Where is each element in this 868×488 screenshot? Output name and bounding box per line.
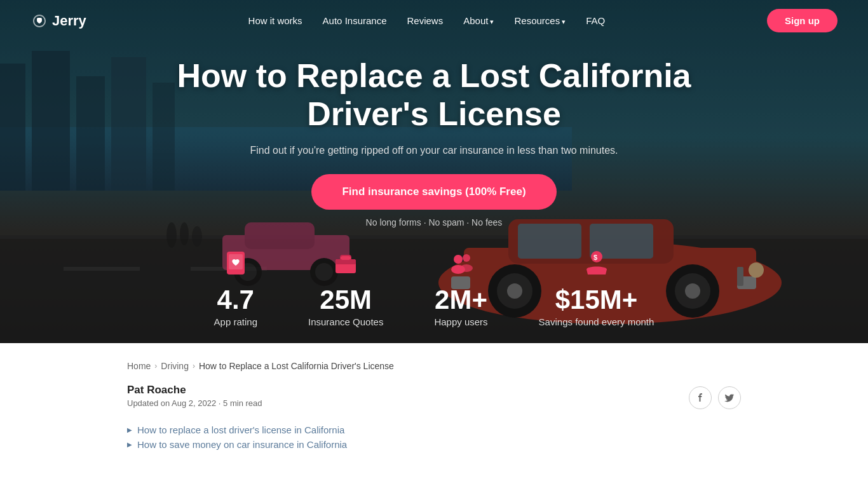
briefcase-icon	[330, 248, 361, 278]
signup-button[interactable]: Sign up	[767, 9, 837, 32]
twitter-share-button[interactable]	[718, 386, 741, 409]
stat-number-savings: $15M+	[555, 285, 638, 315]
svg-rect-41	[341, 257, 351, 259]
toc-item-2[interactable]: How to save money on car insurance in Ca…	[127, 439, 741, 450]
breadcrumb-sep-1: ›	[154, 362, 157, 370]
hero-title: How to Replace a Lost California Driver'…	[161, 57, 707, 133]
nav-reviews[interactable]: Reviews	[407, 15, 444, 26]
author-block: Pat Roache Updated on Aug 2, 2022 · 5 mi…	[127, 384, 262, 408]
logo[interactable]: Jerry	[31, 12, 86, 30]
stat-number-rating: 4.7	[217, 285, 254, 315]
hero-footnote: No long forms · No spam · No fees	[161, 217, 707, 227]
breadcrumb-driving[interactable]: Driving	[161, 361, 189, 371]
stat-app-rating: 4.7 App rating	[214, 248, 257, 327]
svg-rect-42	[336, 263, 356, 264]
author-name: Pat Roache	[127, 384, 262, 396]
stat-label-savings: Savings found every month	[539, 316, 654, 327]
nav-auto-insurance[interactable]: Auto Insurance	[323, 15, 387, 26]
breadcrumb: Home › Driving › How to Replace a Lost C…	[0, 361, 868, 371]
svg-point-46	[460, 264, 473, 272]
svg-point-44	[463, 254, 470, 262]
table-of-contents: How to replace a lost driver's license i…	[0, 409, 868, 450]
nav-links: How it works Auto Insurance Reviews Abou…	[248, 15, 606, 27]
article-meta: Pat Roache Updated on Aug 2, 2022 · 5 mi…	[0, 384, 868, 409]
hand-coin-icon: $	[581, 248, 612, 278]
social-icons	[689, 386, 741, 409]
nav-about[interactable]: About	[463, 15, 494, 26]
stat-insurance-quotes: 25M Insurance Quotes	[308, 248, 383, 327]
stat-label-rating: App rating	[214, 316, 257, 327]
facebook-share-button[interactable]	[689, 386, 712, 409]
nav-resources[interactable]: Resources	[514, 15, 566, 26]
stat-number-users: 2M+	[435, 285, 487, 315]
nav-faq[interactable]: FAQ	[586, 15, 605, 26]
stat-label-quotes: Insurance Quotes	[308, 316, 383, 327]
breadcrumb-home[interactable]: Home	[127, 361, 151, 371]
hero-cta-button[interactable]: Find insurance savings (100% Free)	[311, 174, 556, 210]
svg-text:$: $	[593, 254, 597, 261]
stat-savings: $ $15M+ Savings found every month	[539, 248, 654, 327]
phone-heart-icon	[220, 248, 251, 278]
nav-how-it-works[interactable]: How it works	[248, 15, 302, 26]
toc-link-1[interactable]: How to replace a lost driver's license i…	[137, 424, 344, 435]
hero-section: How to Replace a Lost California Driver'…	[0, 0, 868, 343]
stat-number-quotes: 25M	[320, 285, 372, 315]
stat-label-users: Happy users	[434, 316, 487, 327]
toc-link-2[interactable]: How to save money on car insurance in Ca…	[137, 439, 347, 450]
breadcrumb-sep-2: ›	[193, 362, 195, 370]
content-section: Home › Driving › How to Replace a Lost C…	[0, 343, 868, 488]
stat-happy-users: 2M+ Happy users	[434, 248, 487, 327]
breadcrumb-current: How to Replace a Lost California Driver'…	[199, 361, 394, 371]
stats-bar: 4.7 App rating 25M Insurance Quotes	[189, 248, 680, 327]
navigation: Jerry How it works Auto Insurance Review…	[0, 0, 868, 41]
article-date: Updated on Aug 2, 2022 · 5 min read	[127, 398, 262, 408]
toc-item-1[interactable]: How to replace a lost driver's license i…	[127, 424, 741, 435]
users-icon	[446, 248, 477, 278]
svg-point-43	[454, 255, 463, 264]
hero-subtitle: Find out if you're getting ripped off on…	[161, 145, 707, 156]
hero-content: How to Replace a Lost California Driver'…	[148, 51, 720, 227]
